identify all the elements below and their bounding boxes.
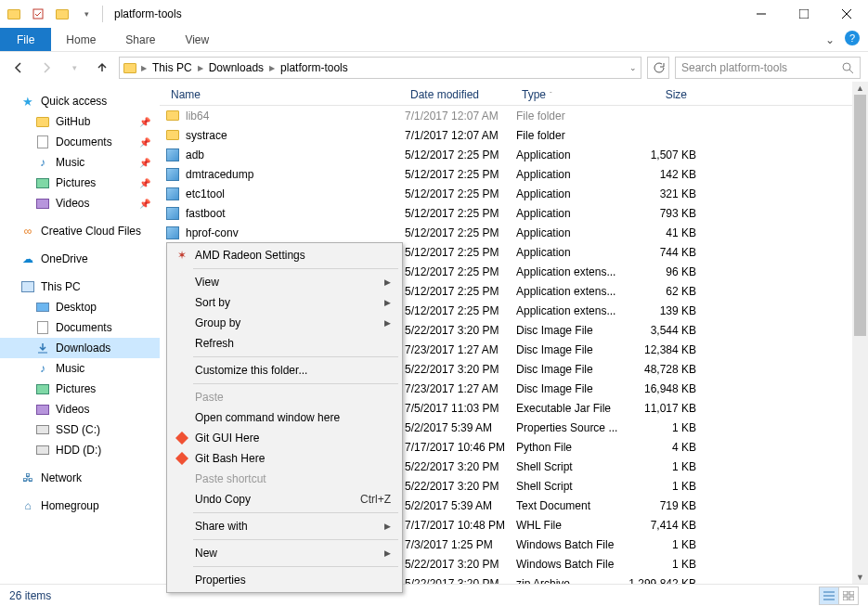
scroll-up-icon[interactable]: ▲ xyxy=(852,82,868,95)
file-row[interactable]: systrace7/1/2017 12:07 AMFile folder xyxy=(160,125,868,145)
menu-sort-by[interactable]: Sort by▶ xyxy=(169,292,400,313)
breadcrumb-current[interactable]: platform-tools xyxy=(277,61,352,74)
forward-button[interactable] xyxy=(35,57,58,79)
file-type-icon xyxy=(165,109,180,123)
column-size[interactable]: Size xyxy=(628,88,693,101)
sidebar-item-pictures[interactable]: Pictures📌 xyxy=(0,173,160,193)
file-size: 11,017 KB xyxy=(628,402,696,415)
menu-properties[interactable]: Properties xyxy=(169,570,400,590)
file-date: 7/17/2017 10:46 PM xyxy=(405,441,516,454)
file-date: 5/22/2017 3:20 PM xyxy=(405,460,516,473)
menu-git-bash[interactable]: Git Bash Here xyxy=(169,448,400,469)
menu-paste-shortcut[interactable]: Paste shortcut xyxy=(169,469,400,489)
menu-open-command[interactable]: Open command window here xyxy=(169,407,400,428)
recent-locations-icon[interactable]: ▾ xyxy=(63,57,85,79)
file-type: Properties Source ... xyxy=(516,421,628,434)
up-button[interactable] xyxy=(91,57,113,79)
vertical-scrollbar[interactable]: ▲ ▼ xyxy=(852,82,868,584)
file-row[interactable]: adb5/12/2017 2:25 PMApplication1,507 KB xyxy=(160,145,868,164)
sidebar-quick-access[interactable]: ★Quick access xyxy=(0,91,160,111)
search-input[interactable]: Search platform-tools xyxy=(675,57,861,79)
back-button[interactable] xyxy=(7,57,30,79)
file-row[interactable]: fastboot5/12/2017 2:25 PMApplication793 … xyxy=(160,203,868,223)
chevron-right-icon[interactable]: ▶ xyxy=(141,64,147,72)
sidebar-item-ssd[interactable]: SSD (C:) xyxy=(0,419,160,440)
sidebar-this-pc[interactable]: This PC xyxy=(0,277,160,297)
breadcrumb-downloads[interactable]: Downloads xyxy=(205,61,267,74)
file-row[interactable]: dmtracedump5/12/2017 2:25 PMApplication1… xyxy=(160,164,868,184)
file-type: Application xyxy=(516,246,628,259)
file-type: Disc Image File xyxy=(516,382,628,395)
sidebar-item-videos[interactable]: Videos📌 xyxy=(0,193,160,213)
file-row[interactable]: lib647/1/2017 12:07 AMFile folder xyxy=(160,106,868,125)
sidebar-item-downloads[interactable]: Downloads xyxy=(0,338,160,358)
file-size: 4 KB xyxy=(628,441,696,454)
tab-share[interactable]: Share xyxy=(110,28,170,51)
scroll-down-icon[interactable]: ▼ xyxy=(852,571,868,584)
file-date: 5/2/2017 5:39 AM xyxy=(405,421,516,434)
qat-dropdown-icon[interactable]: ▾ xyxy=(76,4,97,24)
file-row[interactable]: hprof-conv5/12/2017 2:25 PMApplication41… xyxy=(160,223,868,242)
properties-icon[interactable] xyxy=(28,4,48,24)
sidebar-item-music[interactable]: ♪Music📌 xyxy=(0,152,160,173)
svg-rect-14 xyxy=(849,597,854,600)
chevron-right-icon[interactable]: ▶ xyxy=(269,64,275,72)
tab-home[interactable]: Home xyxy=(51,28,110,51)
pin-icon: 📌 xyxy=(139,158,150,168)
menu-share-with[interactable]: Share with▶ xyxy=(169,516,400,536)
sidebar-item-github[interactable]: GitHub📌 xyxy=(0,111,160,132)
menu-undo-copy[interactable]: Undo CopyCtrl+Z xyxy=(169,489,400,509)
sidebar-item-documents[interactable]: Documents xyxy=(0,317,160,338)
file-date: 7/23/2017 1:27 AM xyxy=(405,382,516,395)
menu-paste[interactable]: Paste xyxy=(169,387,400,407)
status-item-count: 26 items xyxy=(9,589,51,602)
file-date: 5/22/2017 3:20 PM xyxy=(405,324,516,337)
sidebar-creative-cloud[interactable]: ∞Creative Cloud Files xyxy=(0,221,160,241)
sidebar-item-pictures[interactable]: Pictures xyxy=(0,379,160,399)
column-date[interactable]: Date modified xyxy=(405,88,516,101)
maximize-button[interactable] xyxy=(783,0,825,28)
tab-view[interactable]: View xyxy=(170,28,224,51)
sidebar-item-hdd[interactable]: HDD (D:) xyxy=(0,440,160,460)
menu-customize[interactable]: Customize this folder... xyxy=(169,360,400,380)
menu-amd-radeon[interactable]: ✶AMD Radeon Settings xyxy=(169,245,400,265)
folder-icon[interactable] xyxy=(4,4,24,24)
downloads-icon xyxy=(35,341,50,355)
sidebar-item-music[interactable]: ♪Music xyxy=(0,358,160,379)
breadcrumb[interactable]: ▶ This PC ▶ Downloads ▶ platform-tools ⌄ xyxy=(119,57,641,79)
menu-git-gui[interactable]: Git GUI Here xyxy=(169,428,400,448)
file-size: 321 KB xyxy=(628,187,696,200)
column-type[interactable]: Typeˆ xyxy=(516,88,628,101)
new-folder-icon[interactable] xyxy=(52,4,72,24)
column-name[interactable]: Name xyxy=(165,88,405,101)
sidebar-item-desktop[interactable]: Desktop xyxy=(0,297,160,317)
menu-refresh[interactable]: Refresh xyxy=(169,333,400,354)
sidebar-item-documents[interactable]: Documents📌 xyxy=(0,132,160,152)
expand-ribbon-icon[interactable]: ⌄ xyxy=(818,28,842,51)
file-row[interactable]: etc1tool5/12/2017 2:25 PMApplication321 … xyxy=(160,184,868,203)
file-type: Application xyxy=(516,168,628,181)
large-icons-view-button[interactable] xyxy=(838,587,859,605)
sidebar-network[interactable]: 🖧Network xyxy=(0,468,160,488)
separator xyxy=(193,512,398,513)
scrollbar-thumb[interactable] xyxy=(854,95,866,336)
help-button[interactable]: ? xyxy=(842,28,862,48)
details-view-button[interactable] xyxy=(819,587,839,605)
file-type: Disc Image File xyxy=(516,324,628,337)
minimize-button[interactable] xyxy=(740,0,783,28)
navigation-pane: ★Quick access GitHub📌 Documents📌 ♪Music📌… xyxy=(0,84,160,584)
breadcrumb-thispc[interactable]: This PC xyxy=(149,61,196,74)
menu-new[interactable]: New▶ xyxy=(169,543,400,563)
sidebar-item-videos[interactable]: Videos xyxy=(0,399,160,419)
sidebar-onedrive[interactable]: ☁OneDrive xyxy=(0,249,160,269)
refresh-button[interactable] xyxy=(647,57,669,79)
close-button[interactable] xyxy=(825,0,868,28)
window-title: platform-tools xyxy=(114,7,182,20)
chevron-right-icon[interactable]: ▶ xyxy=(198,64,203,72)
file-tab[interactable]: File xyxy=(0,28,51,51)
file-size: 1 KB xyxy=(628,558,696,571)
menu-view[interactable]: View▶ xyxy=(169,272,400,292)
address-dropdown-icon[interactable]: ⌄ xyxy=(629,63,637,72)
menu-group-by[interactable]: Group by▶ xyxy=(169,313,400,333)
sidebar-homegroup[interactable]: ⌂Homegroup xyxy=(0,496,160,516)
